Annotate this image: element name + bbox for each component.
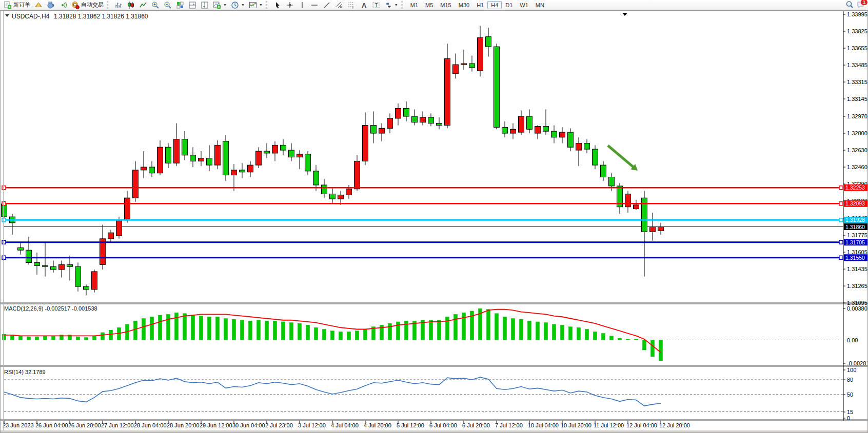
timeframe-h4-button[interactable]: H4 [487,1,502,9]
candle-body [584,143,590,149]
svg-text:1.31435: 1.31435 [847,266,867,272]
cursor-button[interactable] [271,0,284,10]
svg-text:1.33145: 1.33145 [847,96,867,102]
candle-body [396,108,401,118]
candle-body [281,145,286,150]
line-handle[interactable] [2,202,6,205]
candle-body [223,141,229,175]
candle-body [445,58,450,125]
line-chart-button[interactable] [137,0,149,10]
svg-text:29 Jun 12:00: 29 Jun 12:00 [200,422,232,428]
svg-text:3 Jul 12:00: 3 Jul 12:00 [298,422,326,428]
layout-v-icon [201,1,209,9]
period-button-dropdown-arrow[interactable]: ▼ [241,3,245,7]
timeframe-d1-button[interactable]: D1 [502,1,516,9]
bar-chart-button[interactable] [112,0,125,10]
svg-text:6 Jul 20:00: 6 Jul 20:00 [462,422,490,428]
new-chart-button-dropdown-arrow[interactable]: ▼ [223,3,227,7]
candle-body [650,227,656,232]
chart-plus-icon [213,1,221,9]
text-button[interactable]: A [358,0,370,10]
label-button[interactable]: T [370,0,382,10]
data-window-button[interactable] [45,0,57,10]
svg-text:1.33655: 1.33655 [847,45,867,51]
line-handle[interactable] [2,240,6,244]
line-handle[interactable] [2,256,6,259]
line-handle[interactable] [2,186,6,190]
market-watch-button[interactable] [32,0,45,10]
candle-body [141,167,147,170]
shapes-button[interactable]: ▼ [382,0,400,10]
chart-canvas[interactable]: 1.339951.338251.336551.334851.333151.331… [0,10,868,433]
zoom-in-button[interactable] [149,0,162,10]
arrange-horizontal-button[interactable] [186,0,199,10]
autotrading-button[interactable]: 自动交易 [69,0,106,10]
horizontal-line-button[interactable] [308,0,321,10]
tile-windows-button[interactable] [174,0,186,10]
vertical-line-button[interactable] [296,0,308,10]
timeframe-m1-button[interactable]: M1 [407,1,422,9]
candle-body [535,126,541,133]
search-button[interactable] [845,1,854,10]
fibonacci-button[interactable]: F [345,0,358,10]
candle-body [67,264,73,266]
line-handle[interactable] [839,202,843,205]
candle-body [116,220,122,236]
candle-body [289,150,294,157]
period-button[interactable]: ▼ [229,0,247,10]
candle-body [272,145,278,153]
timeframe-m30-button[interactable]: M30 [455,1,473,9]
text-a-icon: A [360,1,368,9]
svg-text:23 Jun 2023: 23 Jun 2023 [3,422,34,428]
arrange-vertical-button[interactable] [199,0,211,10]
timeframe-mn-button[interactable]: MN [532,1,548,9]
line-handle[interactable] [839,256,843,259]
zoom-in-icon [151,1,160,9]
svg-text:30 Jun 04:00: 30 Jun 04:00 [232,422,265,428]
line-handle[interactable] [839,240,843,244]
svg-text:T: T [374,2,378,8]
candle-body [502,127,508,133]
candlestick-chart-button[interactable] [125,0,137,10]
line-handle[interactable] [839,218,843,222]
new-chart-button[interactable]: ▼ [211,0,229,10]
time-axis[interactable]: 23 Jun 202326 Jun 04:0026 Jun 20:0027 Ju… [3,421,690,428]
svg-text:1.31860: 1.31860 [845,224,865,230]
candle-body [18,248,24,250]
new-order-button[interactable]: 新订单 [2,0,32,10]
svg-text:7 Jul 12:00: 7 Jul 12:00 [495,422,523,428]
timeframe-m15-button[interactable]: M15 [437,1,455,9]
cursor-icon [273,1,282,9]
svg-text:1.31705: 1.31705 [845,239,865,245]
crosshair-button[interactable] [284,0,296,10]
zoom-out-button[interactable] [162,0,174,10]
svg-text:28 Jun 20:00: 28 Jun 20:00 [167,422,200,428]
timeframe-h1-button[interactable]: H1 [473,1,487,9]
navigator-button[interactable] [57,0,69,10]
templates-button-dropdown-arrow[interactable]: ▼ [259,3,263,7]
svg-text:11 Jul 12:00: 11 Jul 12:00 [594,422,624,428]
line-handle[interactable] [2,218,6,222]
candle-body [43,265,48,266]
candle-body [634,205,639,209]
autotrade-icon [71,1,80,9]
candle-body [2,204,7,217]
svg-text:1.33995: 1.33995 [847,11,867,17]
notification-badge: 1 [861,0,867,5]
doc-plus-icon [4,1,12,9]
trendline-button[interactable] [321,0,333,10]
timeframe-w1-button[interactable]: W1 [516,1,532,9]
svg-text:27 Jun 12:00: 27 Jun 12:00 [101,422,134,428]
svg-text:1.32970: 1.32970 [847,113,867,119]
equidistant-channel-button[interactable]: E [333,0,345,10]
line-handle[interactable] [839,186,843,190]
candle-body [182,139,188,155]
svg-text:1.32460: 1.32460 [847,164,867,170]
notifications-button[interactable]: 1 [857,1,865,10]
timeframe-m5-button[interactable]: M5 [422,1,437,9]
candle-body [305,154,311,171]
candle-body [494,47,500,127]
templates-button[interactable]: ▼ [247,0,265,10]
svg-text:4 Jul 20:00: 4 Jul 20:00 [364,422,391,428]
shapes-button-dropdown-arrow[interactable]: ▼ [394,3,398,7]
